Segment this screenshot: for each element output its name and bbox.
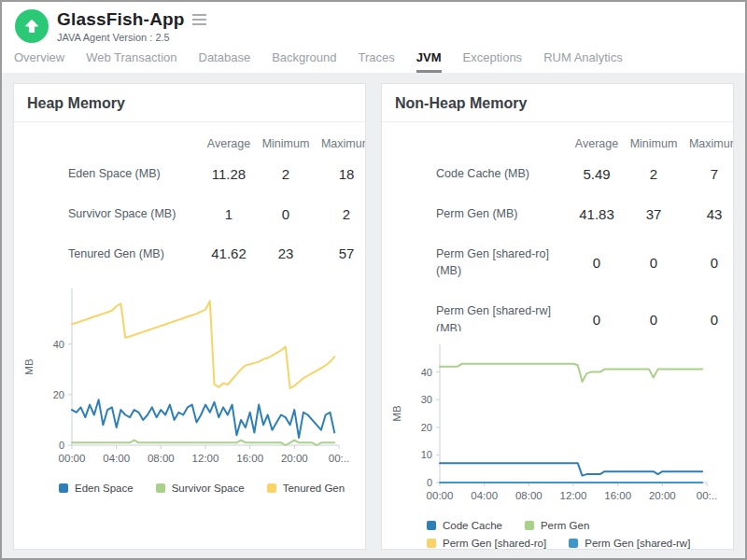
tab-web-transaction[interactable]: Web Transaction <box>86 50 176 73</box>
legend-swatch-icon <box>267 483 276 493</box>
tab-bar: OverviewWeb TransactionDatabaseBackgroun… <box>2 47 745 73</box>
column-header-maximum: Maximum <box>681 133 733 154</box>
metric-value: 0 <box>681 255 733 271</box>
heap-memory-chart: 0204000:0004:0008:0012:0016:0020:0000:..… <box>20 279 365 477</box>
hamburger-menu-icon[interactable] <box>190 12 208 27</box>
app-status-avatar <box>15 9 49 43</box>
legend-label: Tenured Gen <box>283 483 345 494</box>
metric-value: 2 <box>313 206 365 222</box>
metric-label: Perm Gen [shared-ro] (MB) <box>436 234 567 292</box>
metric-value: 37 <box>627 206 681 222</box>
tab-rum-analytics[interactable]: RUM Analytics <box>543 50 623 73</box>
legend-item-perm-gen-shared-rw[interactable]: Perm Gen [shared-rw] <box>569 538 690 549</box>
metric-value: 57 <box>313 245 365 261</box>
heap-memory-panel: Heap Memory AverageMinimumMaximumEden Sp… <box>13 83 366 550</box>
heap-metric-table: AverageMinimumMaximumEden Space (MB)11.2… <box>14 122 365 275</box>
metric-table-header: AverageMinimumMaximum <box>68 126 365 154</box>
svg-text:16:00: 16:00 <box>236 453 263 464</box>
metric-value: 41.83 <box>567 206 627 222</box>
metric-row: Tenured Gen (MB)41.622357 <box>68 234 365 274</box>
series-line-survivor-space <box>72 441 334 445</box>
agent-version-label: JAVA Agent Version : 2.5 <box>57 32 208 43</box>
legend-label: Code Cache <box>443 520 502 531</box>
metric-label: Tenured Gen (MB) <box>68 234 199 274</box>
legend-item-perm-gen-shared-ro[interactable]: Perm Gen [shared-ro] <box>427 538 546 549</box>
series-line-eden-space <box>72 399 334 438</box>
svg-text:0: 0 <box>59 440 64 451</box>
svg-text:20:00: 20:00 <box>649 490 676 501</box>
svg-text:20: 20 <box>53 389 64 400</box>
column-header-average: Average <box>199 133 259 154</box>
non-heap-metric-table: AverageMinimumMaximumCode Cache (MB)5.49… <box>382 122 733 331</box>
series-line-perm-gen <box>440 364 702 382</box>
column-header-average: Average <box>567 133 627 154</box>
tab-exceptions[interactable]: Exceptions <box>463 50 523 73</box>
legend-row: Perm Gen [shared-ro]Perm Gen [shared-rw] <box>427 538 733 549</box>
panel-title-heap: Heap Memory <box>14 84 365 122</box>
legend-item-eden-space[interactable]: Eden Space <box>59 483 134 494</box>
metric-value: 11.28 <box>199 166 259 182</box>
metric-value: 0 <box>567 312 627 328</box>
svg-text:00:00: 00:00 <box>427 490 454 501</box>
title-block: GlassFish-App JAVA Agent Version : 2.5 <box>57 9 208 43</box>
svg-text:00:00: 00:00 <box>59 453 86 464</box>
legend-item-perm-gen[interactable]: Perm Gen <box>525 520 589 531</box>
column-header-minimum: Minimum <box>259 133 313 154</box>
metric-row: Perm Gen [shared-ro] (MB)000 <box>436 234 733 292</box>
metric-value: 7 <box>681 166 733 182</box>
svg-text:40: 40 <box>421 367 432 378</box>
metric-label: Code Cache (MB) <box>436 154 567 194</box>
content-area: Heap Memory AverageMinimumMaximumEden Sp… <box>2 73 745 558</box>
tab-database[interactable]: Database <box>199 50 251 73</box>
svg-text:12:00: 12:00 <box>192 453 219 464</box>
line-chart-svg: 0204000:0004:0008:0012:0016:0020:0000:..… <box>20 279 359 473</box>
tab-overview[interactable]: Overview <box>14 50 64 73</box>
metric-value: 23 <box>259 245 313 261</box>
metric-value: 0 <box>627 255 681 271</box>
svg-text:04:00: 04:00 <box>471 490 498 501</box>
svg-text:08:00: 08:00 <box>515 490 543 501</box>
metric-value: 0 <box>681 312 733 328</box>
app-title: GlassFish-App <box>57 9 185 30</box>
legend-item-code-cache[interactable]: Code Cache <box>427 520 502 531</box>
metric-label: Perm Gen [shared-rw] (MB) <box>436 291 567 331</box>
column-header-minimum: Minimum <box>627 133 681 154</box>
up-arrow-icon <box>23 18 40 35</box>
svg-text:00:..: 00:.. <box>697 490 717 501</box>
series-line-code-cache <box>440 463 702 475</box>
svg-text:10: 10 <box>421 449 432 460</box>
tab-traces[interactable]: Traces <box>359 50 395 73</box>
svg-text:MB: MB <box>391 405 402 422</box>
metric-row: Code Cache (MB)5.4927 <box>436 154 733 194</box>
metric-row: Eden Space (MB)11.28218 <box>68 154 365 194</box>
legend-row: Code CachePerm Gen <box>427 520 733 531</box>
legend-swatch-icon <box>59 483 68 493</box>
svg-text:20: 20 <box>421 422 432 433</box>
legend-swatch-icon <box>525 521 534 530</box>
metric-value: 43 <box>681 206 733 222</box>
panel-title-non-heap: Non-Heap Memory <box>382 84 733 122</box>
metric-value: 5.49 <box>567 166 627 182</box>
heap-chart-legend: Eden SpaceSurvivor SpaceTenured Gen <box>14 477 365 494</box>
svg-text:MB: MB <box>23 358 35 375</box>
metric-row: Perm Gen (MB)41.833743 <box>436 194 733 234</box>
legend-label: Perm Gen [shared-rw] <box>585 538 690 549</box>
legend-item-survivor-space[interactable]: Survivor Space <box>156 483 245 494</box>
column-header-maximum: Maximum <box>313 133 365 154</box>
series-line-tenured-gen <box>72 301 334 389</box>
svg-text:0: 0 <box>427 477 432 488</box>
legend-label: Eden Space <box>75 483 134 494</box>
legend-label: Perm Gen <box>541 520 589 531</box>
svg-text:16:00: 16:00 <box>604 490 631 501</box>
app-window: GlassFish-App JAVA Agent Version : 2.5 O… <box>0 0 747 560</box>
svg-text:00:..: 00:.. <box>329 453 349 464</box>
tab-background[interactable]: Background <box>272 50 336 73</box>
tab-jvm[interactable]: JVM <box>416 50 442 73</box>
non-heap-chart-legend: Code CachePerm GenPerm Gen [shared-ro]Pe… <box>382 514 733 549</box>
legend-label: Perm Gen [shared-ro] <box>443 538 546 549</box>
svg-text:30: 30 <box>421 394 432 405</box>
legend-item-tenured-gen[interactable]: Tenured Gen <box>267 483 345 494</box>
metric-value: 2 <box>259 166 313 182</box>
metric-value: 1 <box>199 206 259 222</box>
svg-text:12:00: 12:00 <box>560 490 587 501</box>
